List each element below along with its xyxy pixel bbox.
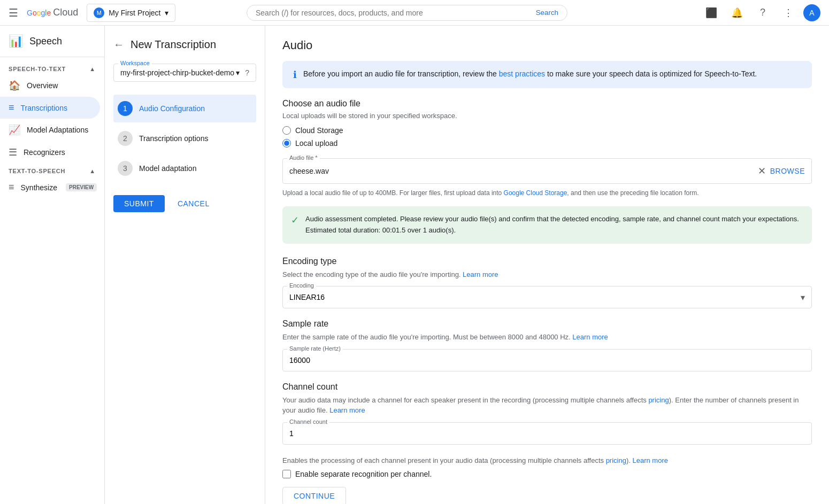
speech-app-icon: 📊 <box>9 34 23 48</box>
audio-section-title: Audio <box>282 38 812 52</box>
project-dropdown-icon: ▾ <box>165 9 168 17</box>
list-icon: ≡ <box>9 102 14 113</box>
sample-rate-input[interactable] <box>283 350 811 371</box>
sidebar-item-overview[interactable]: 🏠 Overview <box>0 74 100 97</box>
search-button[interactable]: Search <box>536 9 558 17</box>
app-name: Speech <box>29 36 62 47</box>
channel-count-section: Channel count Your audio data may includ… <box>282 382 812 445</box>
steps-panel-header: ← New Transcription <box>113 38 256 51</box>
sidebar-item-synthesize[interactable]: ≡ Synthesize PREVIEW <box>0 176 100 198</box>
channel-learn-more-link[interactable]: Learn more <box>329 406 365 414</box>
encoding-type-desc: Select the encoding type of the audio fi… <box>282 269 812 280</box>
nav-icons: ⬛ 🔔 ? ⋮ A <box>701 2 820 24</box>
file-help-text: Upload a local audio file of up to 400MB… <box>282 188 812 198</box>
cloud-label: Cloud <box>53 7 78 18</box>
sidebar-app-header: 📊 Speech <box>0 34 104 57</box>
page-layout: 📊 Speech Speech-to-Text ▲ 🏠 Overview ≡ T… <box>0 26 829 504</box>
info-box-text: Before you import an audio file for tran… <box>303 68 757 81</box>
chevron-up-icon-tts: ▲ <box>89 168 96 174</box>
step-2-number: 2 <box>118 131 133 146</box>
top-nav: ☰ Google Cloud M My First Project ▾ Sear… <box>0 0 829 26</box>
channel-checkbox-pricing-link[interactable]: pricing <box>606 456 626 464</box>
step-2-label: Transcription options <box>139 134 208 143</box>
choose-audio-section: Choose an audio file Local uploads will … <box>282 99 812 148</box>
recognizers-icon: ☰ <box>9 146 17 158</box>
audio-file-value: cheese.wav <box>289 167 758 175</box>
submit-button[interactable]: SUBMIT <box>113 195 165 212</box>
home-icon: 🏠 <box>9 80 20 91</box>
sidebar-item-recognizers[interactable]: ☰ Recognizers <box>0 141 100 164</box>
workspace-selector[interactable]: Workspace my-first-project-chirp-bucket-… <box>113 64 256 82</box>
steps-panel: ← New Transcription Workspace my-first-p… <box>105 26 265 504</box>
cloud-storage-radio[interactable] <box>282 126 291 135</box>
help-icon[interactable]: ? <box>752 2 773 24</box>
chart-icon: 📈 <box>9 124 20 136</box>
audio-file-container: Audio file * cheese.wav ✕ BROWSE <box>282 158 812 184</box>
google-cloud-storage-link[interactable]: Google Cloud Storage <box>504 189 567 197</box>
workspace-help-icon[interactable]: ? <box>245 68 249 77</box>
content-panel: Audio ℹ Before you import an audio file … <box>265 26 829 504</box>
audio-assessment-box: ✓ Audio assessment completed. Please rev… <box>282 206 812 244</box>
channel-count-input[interactable] <box>283 423 811 444</box>
audio-file-inner: cheese.wav ✕ BROWSE <box>289 161 805 177</box>
step-1-number: 1 <box>118 101 133 116</box>
chevron-up-icon: ▲ <box>89 66 96 72</box>
local-upload-option[interactable]: Local upload <box>282 139 812 148</box>
workspace-value: my-first-project-chirp-bucket-demo <box>120 68 234 77</box>
best-practices-link[interactable]: best practices <box>499 69 545 78</box>
encoding-learn-more-link[interactable]: Learn more <box>463 270 498 278</box>
avatar[interactable]: A <box>803 4 820 21</box>
audio-file-actions: ✕ BROWSE <box>758 165 805 177</box>
project-selector[interactable]: M My First Project ▾ <box>87 4 175 22</box>
main-content: ← New Transcription Workspace my-first-p… <box>105 26 829 504</box>
sidebar-item-model-adaptations[interactable]: 📈 Model Adaptations <box>0 119 100 141</box>
synthesize-icon: ≡ <box>9 182 14 193</box>
back-button[interactable]: ← <box>113 38 124 51</box>
channel-count-input-label: Channel count <box>287 418 329 425</box>
cloud-storage-label: Cloud Storage <box>295 126 343 135</box>
hamburger-icon[interactable]: ☰ <box>9 6 18 19</box>
cloud-storage-option[interactable]: Cloud Storage <box>282 126 812 135</box>
sidebar: 📊 Speech Speech-to-Text ▲ 🏠 Overview ≡ T… <box>0 26 105 504</box>
browse-button[interactable]: BROWSE <box>770 167 805 175</box>
more-options-icon[interactable]: ⋮ <box>778 2 799 24</box>
sample-rate-desc: Enter the sample rate of the audio file … <box>282 332 812 343</box>
section-label-tts[interactable]: Text-to-Speech ▲ <box>0 164 104 176</box>
encoding-type-section: Encoding type Select the encoding type o… <box>282 257 812 309</box>
step-1-item[interactable]: 1 Audio Configuration <box>113 95 256 122</box>
choose-audio-desc: Local uploads will be stored in your spe… <box>282 112 812 120</box>
project-icon: M <box>94 7 104 18</box>
separate-recognition-option[interactable]: Enable separate recognition per channel. <box>282 470 812 478</box>
workspace-value-row: my-first-project-chirp-bucket-demo ▾ ? <box>120 68 249 77</box>
step-3-number: 3 <box>118 161 133 176</box>
step-2-item[interactable]: 2 Transcription options <box>113 125 256 152</box>
google-cloud-logo: Google Cloud <box>27 7 78 18</box>
preview-badge: PREVIEW <box>66 183 97 191</box>
sidebar-item-transcriptions[interactable]: ≡ Transcriptions <box>0 97 100 119</box>
sample-rate-input-wrapper: Sample rate (Hertz) <box>282 349 812 371</box>
search-input[interactable] <box>256 9 532 17</box>
sample-rate-learn-more-link[interactable]: Learn more <box>572 333 608 341</box>
channel-count-input-wrapper: Channel count <box>282 422 812 445</box>
channel-checkbox-desc: Enables the processing of each channel p… <box>282 455 812 466</box>
encoding-select[interactable]: LINEAR16 FLAC MP3 OGG_OPUS <box>283 286 811 308</box>
terminal-icon[interactable]: ⬛ <box>701 2 722 24</box>
channel-pricing-link[interactable]: pricing <box>648 396 669 404</box>
clear-audio-button[interactable]: ✕ <box>758 165 766 177</box>
local-upload-radio[interactable] <box>282 139 291 148</box>
steps-actions: SUBMIT CANCEL <box>113 195 256 212</box>
channel-checkbox-learn-more-link[interactable]: Learn more <box>633 456 668 464</box>
continue-button[interactable]: CONTINUE <box>282 487 346 504</box>
notifications-icon[interactable]: 🔔 <box>726 2 748 24</box>
step-3-item[interactable]: 3 Model adaptation <box>113 154 256 182</box>
google-wordmark: Google <box>27 9 51 17</box>
workspace-dropdown-icon: ▾ <box>236 68 240 77</box>
choose-audio-title: Choose an audio file <box>282 99 812 108</box>
audio-assessment-text: Audio assessment completed. Please revie… <box>305 214 803 236</box>
local-upload-label: Local upload <box>295 139 337 148</box>
cancel-button[interactable]: CANCEL <box>169 195 218 212</box>
separate-recognition-checkbox[interactable] <box>282 470 291 478</box>
encoding-select-label: Encoding <box>287 282 316 289</box>
section-label-stt[interactable]: Speech-to-Text ▲ <box>0 61 104 74</box>
search-bar: Search <box>247 5 567 21</box>
